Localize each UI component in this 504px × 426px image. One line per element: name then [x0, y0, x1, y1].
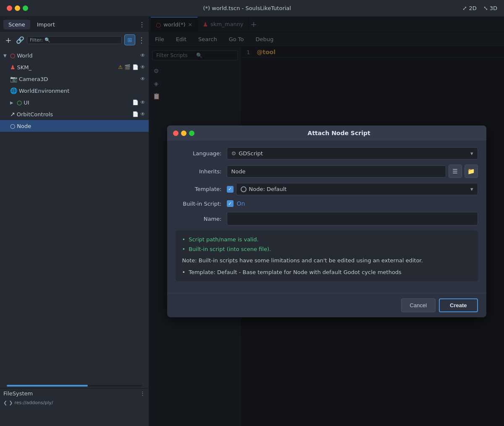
- camera-label: Camera3D: [19, 76, 139, 82]
- tree-item-camera[interactable]: 📷 Camera3D 👁: [0, 73, 149, 85]
- world-label: World: [17, 52, 139, 59]
- 2d-icon: ⤢: [462, 5, 467, 11]
- orbit-node-icon: ↗: [10, 111, 15, 118]
- template-value: Node: Default: [249, 186, 287, 192]
- language-row: Language: ⚙ GDScript ▾: [176, 147, 478, 159]
- node-label: Node: [17, 123, 145, 129]
- tree-item-skm[interactable]: ♟ SKM_ ⚠ 🎬 📄 👁: [0, 61, 149, 73]
- tree-item-ui[interactable]: ▶ ○ UI 📄 👁: [0, 97, 149, 108]
- template-radio-icon: [241, 186, 247, 192]
- world-eye-icon[interactable]: 👁: [140, 52, 145, 58]
- language-select[interactable]: ⚙ GDScript ▾: [227, 147, 478, 159]
- gdscript-gear-icon: ⚙: [231, 150, 236, 157]
- info-bullet-2-text: Built-in script (into scene file).: [189, 246, 271, 252]
- create-button[interactable]: Create: [439, 298, 478, 312]
- template-select[interactable]: Node: Default ▾: [236, 183, 478, 195]
- world-node-icon: ○: [10, 52, 15, 59]
- filter-box: Filter: 🔍: [27, 36, 122, 44]
- skm-label: SKM_: [17, 64, 117, 71]
- search-icon: 🔍: [45, 37, 50, 43]
- dialog-min-light[interactable]: [181, 131, 186, 136]
- template-checkbox[interactable]: ✓: [227, 186, 234, 193]
- template-row: Template: ✓ Node: Default ▾: [176, 183, 478, 195]
- camera-eye-icon[interactable]: 👁: [140, 76, 145, 82]
- tree-arrow-world: ▼: [3, 53, 8, 58]
- template-bullet-dot: •: [182, 269, 186, 275]
- ui-script-icon: 📄: [132, 99, 139, 105]
- skm-eye-icon[interactable]: 👁: [140, 64, 145, 70]
- scene-tab[interactable]: Scene: [3, 20, 30, 29]
- title-controls: ⤢ 2D ⤡ 3D: [462, 5, 497, 11]
- close-traffic-light[interactable]: [7, 5, 12, 11]
- scene-tree-scrollbar[interactable]: [7, 385, 142, 387]
- window-title: (*) world.tscn - SoulsLikeTutorial: [35, 5, 459, 11]
- scene-toolbar: + 🔗 Filter: 🔍 ⊞ ⋮: [0, 32, 149, 48]
- tree-item-node[interactable]: ○ Node: [0, 120, 149, 132]
- bullet-dot-2: •: [182, 246, 186, 252]
- tree-item-worldenv[interactable]: 🌐 WorldEnvironment: [0, 85, 149, 97]
- filesystem-title: FileSystem: [3, 390, 138, 397]
- chevron-left-icon[interactable]: ❮: [3, 400, 7, 405]
- bullet-dot-1: •: [182, 236, 186, 243]
- dialog-title: Attach Node Script: [198, 130, 480, 136]
- builtin-checkbox[interactable]: ✓: [227, 200, 234, 207]
- more-options-button[interactable]: ⋮: [138, 36, 145, 44]
- main-layout: Scene Import ⋮ + 🔗 Filter: 🔍 ⊞ ⋮ ▼ ○ Wor…: [0, 17, 504, 426]
- filter-icon-button[interactable]: ⊞: [124, 34, 135, 45]
- skm-actions: ⚠ 🎬 📄 👁: [118, 64, 145, 70]
- builtin-checkbox-wrap: ✓ On: [227, 200, 245, 207]
- template-field: ✓ Node: Default ▾: [227, 183, 478, 195]
- 3d-icon: ⤡: [483, 5, 488, 11]
- info-bullet-1: • Script path/name is valid.: [182, 236, 471, 243]
- info-template-text: Template: Default - Base template for No…: [189, 269, 402, 275]
- orbit-script-icon: 📄: [132, 111, 139, 117]
- inherits-field: Node ☰ 📁: [227, 165, 478, 178]
- language-value: GDScript: [239, 150, 263, 157]
- tree-item-world[interactable]: ▼ ○ World 👁: [0, 50, 149, 61]
- orbit-eye-icon[interactable]: 👁: [140, 111, 145, 117]
- cancel-button[interactable]: Cancel: [401, 298, 436, 312]
- traffic-lights: [7, 5, 28, 11]
- btn-3d[interactable]: ⤡ 3D: [483, 5, 497, 11]
- filesystem-path: ❮ ❯ res://addons/ply/: [0, 398, 149, 407]
- language-label: Language:: [176, 150, 222, 157]
- minimize-traffic-light[interactable]: [15, 5, 20, 11]
- filesystem-more-icon[interactable]: ⋮: [140, 390, 145, 397]
- dialog-title-bar: Attach Node Script: [167, 125, 486, 141]
- scene-tree: ▼ ○ World 👁 ♟ SKM_ ⚠ 🎬 📄 👁 📷 Ca: [0, 48, 149, 383]
- tree-arrow-ui: ▶: [10, 100, 15, 105]
- inherits-folder-button[interactable]: 📁: [465, 165, 478, 178]
- dialog-footer: Cancel Create: [167, 293, 486, 317]
- link-button[interactable]: 🔗: [16, 36, 24, 44]
- tree-item-orbit[interactable]: ↗ OrbitControls 📄 👁: [0, 108, 149, 120]
- inherits-input[interactable]: Node: [227, 165, 446, 178]
- left-panel: Scene Import ⋮ + 🔗 Filter: 🔍 ⊞ ⋮ ▼ ○ Wor…: [0, 17, 149, 426]
- chevron-right-icon[interactable]: ❯: [9, 400, 13, 405]
- template-chevron-icon: ▾: [470, 186, 473, 192]
- language-chevron-icon: ▾: [470, 150, 473, 157]
- builtin-field: ✓ On: [227, 200, 478, 207]
- node-icon-node: ○: [10, 123, 15, 129]
- orbit-actions: 📄 👁: [132, 111, 145, 117]
- dialog-close-light[interactable]: [173, 131, 178, 136]
- dialog-overlay: Attach Node Script Language: ⚙ GDScript …: [149, 17, 504, 426]
- camera-actions: 👁: [140, 76, 145, 82]
- dialog-max-light[interactable]: [189, 131, 194, 136]
- inherits-row: Inherits: Node ☰ 📁: [176, 165, 478, 178]
- panel-tabs: Scene Import ⋮: [0, 17, 149, 32]
- btn-2d[interactable]: ⤢ 2D: [462, 5, 476, 11]
- info-bullet-2: • Built-in script (into scene file).: [182, 246, 471, 252]
- ui-actions: 📄 👁: [132, 99, 145, 105]
- attach-script-dialog: Attach Node Script Language: ⚙ GDScript …: [167, 125, 486, 317]
- add-node-button[interactable]: +: [3, 35, 13, 45]
- ui-label: UI: [24, 99, 131, 106]
- name-input[interactable]: [227, 212, 478, 225]
- inherits-browse-button[interactable]: ☰: [449, 165, 462, 178]
- skm-film-icon: 🎬: [124, 64, 131, 70]
- panel-dots[interactable]: ⋮: [139, 21, 145, 29]
- template-label: Template:: [176, 186, 222, 192]
- import-tab[interactable]: Import: [32, 20, 60, 29]
- worldenv-node-icon: 🌐: [10, 87, 17, 94]
- ui-eye-icon[interactable]: 👁: [140, 99, 145, 105]
- maximize-traffic-light[interactable]: [23, 5, 28, 11]
